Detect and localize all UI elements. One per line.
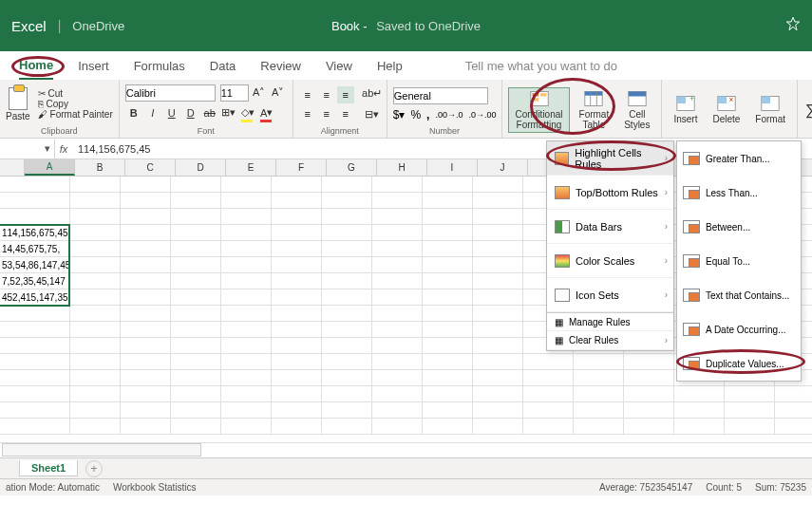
cell[interactable] (473, 322, 523, 338)
menu-color-scales[interactable]: Color Scales› (547, 244, 673, 278)
cell[interactable] (523, 386, 574, 402)
cell[interactable] (272, 419, 322, 435)
cell[interactable] (372, 225, 423, 241)
cell[interactable] (0, 386, 70, 402)
cell[interactable]: 53,54,86,147,45 (0, 257, 70, 273)
cell[interactable] (574, 419, 624, 435)
cell[interactable] (121, 402, 171, 419)
cell[interactable] (221, 257, 272, 273)
cell[interactable] (775, 386, 812, 402)
cell[interactable] (322, 289, 372, 306)
cell[interactable] (272, 193, 322, 209)
cell[interactable] (70, 322, 121, 338)
cell[interactable] (775, 419, 812, 435)
cell[interactable] (272, 257, 322, 273)
cell[interactable] (674, 419, 725, 435)
cell[interactable] (473, 289, 523, 306)
cell[interactable] (70, 289, 121, 306)
cell[interactable] (121, 193, 171, 209)
cell[interactable] (70, 402, 121, 419)
cell[interactable] (171, 241, 221, 257)
col-header[interactable]: F (276, 159, 327, 176)
sheet-tab[interactable]: Sheet1 (19, 460, 78, 476)
cell[interactable] (423, 225, 473, 241)
italic-button[interactable]: I (144, 104, 161, 121)
cell[interactable] (121, 370, 171, 386)
cell[interactable] (221, 322, 272, 338)
cell[interactable] (70, 177, 121, 193)
submenu-date-occurring[interactable]: A Date Occurring... (677, 312, 801, 346)
cut-button[interactable]: ✂Cut (38, 88, 113, 99)
format-as-table-button[interactable]: Format Table (574, 88, 615, 132)
cell[interactable] (372, 289, 423, 306)
workbook-stats[interactable]: Workbook Statistics (113, 482, 197, 493)
cell[interactable] (574, 354, 624, 370)
cell[interactable] (322, 306, 372, 322)
format-cells-button[interactable]: Format (749, 93, 791, 126)
cell[interactable] (423, 419, 473, 435)
cell[interactable] (221, 241, 272, 257)
col-header[interactable]: H (377, 159, 427, 176)
cell[interactable] (272, 354, 322, 370)
tell-me[interactable]: Tell me what you want to do (465, 59, 617, 73)
cell[interactable] (624, 419, 674, 435)
cell[interactable] (221, 354, 272, 370)
cell[interactable] (272, 338, 322, 354)
cell[interactable] (70, 386, 121, 402)
cell[interactable] (221, 306, 272, 322)
cell[interactable] (171, 273, 221, 289)
cell[interactable] (171, 289, 221, 306)
double-underline-button[interactable]: D (182, 104, 199, 121)
cell[interactable] (121, 289, 171, 306)
tab-formulas[interactable]: Formulas (134, 59, 185, 73)
cell[interactable] (372, 370, 423, 386)
tab-view[interactable]: View (326, 59, 352, 73)
cell[interactable] (372, 273, 423, 289)
cell[interactable] (322, 402, 372, 419)
cell[interactable] (322, 209, 372, 225)
col-header[interactable]: B (75, 159, 125, 176)
cell[interactable] (473, 419, 523, 435)
cell[interactable] (121, 209, 171, 225)
cell[interactable] (372, 193, 423, 209)
wrap-text-button[interactable]: ab↵ (364, 85, 381, 103)
cell[interactable] (70, 209, 121, 225)
align-bottom-button[interactable]: ≡ (337, 86, 354, 103)
cell[interactable] (221, 273, 272, 289)
cell[interactable] (674, 386, 725, 402)
cell[interactable] (221, 209, 272, 225)
cell[interactable] (121, 306, 171, 322)
cell[interactable] (624, 370, 674, 386)
cell[interactable] (121, 354, 171, 370)
strikethrough-button[interactable]: ab (201, 104, 218, 121)
fx-icon[interactable]: fx (55, 143, 72, 155)
cell[interactable] (221, 386, 272, 402)
cell[interactable] (322, 177, 372, 193)
cell[interactable] (624, 354, 674, 370)
cell[interactable] (171, 225, 221, 241)
cell[interactable] (171, 209, 221, 225)
tab-data[interactable]: Data (210, 59, 236, 73)
add-sheet-button[interactable]: + (85, 460, 103, 477)
menu-top-bottom-rules[interactable]: Top/Bottom Rules› (547, 176, 673, 210)
cell[interactable] (372, 402, 423, 419)
cell-styles-button[interactable]: Cell Styles (618, 88, 655, 132)
col-header[interactable]: A (25, 159, 75, 176)
cell[interactable] (473, 354, 523, 370)
cell[interactable] (423, 386, 473, 402)
cell[interactable] (473, 193, 523, 209)
cell[interactable] (322, 419, 372, 435)
calc-mode[interactable]: ation Mode: Automatic (6, 482, 100, 493)
cell[interactable] (171, 354, 221, 370)
cell[interactable] (70, 257, 121, 273)
cell[interactable] (272, 370, 322, 386)
cell[interactable] (70, 193, 121, 209)
cell[interactable] (272, 306, 322, 322)
align-middle-button[interactable]: ≡ (318, 86, 335, 103)
cell[interactable] (725, 402, 775, 419)
cell[interactable] (372, 177, 423, 193)
cell[interactable] (171, 193, 221, 209)
cell[interactable] (473, 402, 523, 419)
cell[interactable] (725, 419, 775, 435)
cell[interactable] (473, 273, 523, 289)
